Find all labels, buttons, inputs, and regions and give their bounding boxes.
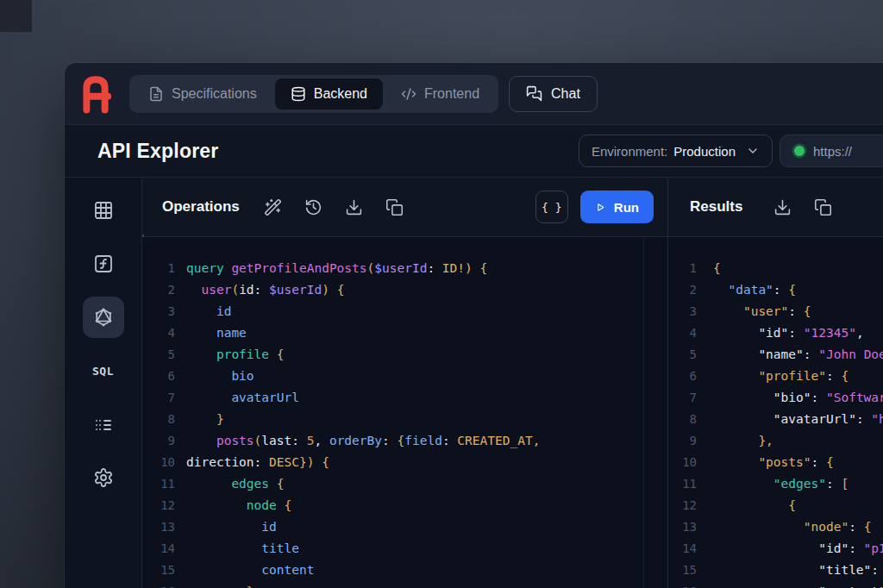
download-icon[interactable] xyxy=(345,198,363,216)
tab-label: Frontend xyxy=(424,86,479,102)
line-content: user(id: $userId) { xyxy=(175,279,344,301)
copy-icon[interactable] xyxy=(814,198,832,216)
line-number: 11 xyxy=(668,473,697,495)
chat-button[interactable]: Chat xyxy=(509,76,598,112)
run-button[interactable]: Run xyxy=(580,191,654,223)
chat-button-label: Chat xyxy=(551,86,580,102)
operations-title: Operations xyxy=(162,198,240,216)
sidebar-item-sql[interactable]: SQL xyxy=(83,350,124,391)
main-content: SQL Operations xyxy=(65,178,883,588)
dotted-list-icon xyxy=(93,414,114,435)
history-icon[interactable] xyxy=(304,198,323,216)
line-number: 16 xyxy=(142,581,175,588)
sidebar-item-graphql[interactable] xyxy=(83,297,124,338)
line-content: "node": { xyxy=(697,516,871,538)
line-number: 9 xyxy=(142,430,175,452)
code-line: 5 profile { xyxy=(142,344,667,366)
line-content: query getProfileAndPosts($userId: ID!) { xyxy=(175,258,487,279)
table-grid-icon xyxy=(93,200,114,221)
tool-sidebar: SQL xyxy=(65,178,142,588)
environment-label: Environment: xyxy=(592,144,667,159)
operations-code-editor[interactable]: 1query getProfileAndPosts($userId: ID!) … xyxy=(142,237,667,588)
line-content: "posts": { xyxy=(697,452,834,473)
line-content: { xyxy=(697,495,796,516)
line-content: }, xyxy=(697,430,773,452)
code-line: 4 name xyxy=(142,322,667,344)
line-number: 2 xyxy=(668,279,697,301)
code-line: 6 bio xyxy=(142,366,667,387)
line-content: content xyxy=(175,560,314,581)
line-number: 1 xyxy=(142,258,175,279)
app-window: Specifications Backend Frontend Chat xyxy=(65,63,883,588)
line-number: 1 xyxy=(668,258,697,279)
code-line: 5 "name": "John Doe", xyxy=(668,344,883,366)
sidebar-item-logs[interactable] xyxy=(83,403,124,445)
code-line: 14 title xyxy=(142,538,667,560)
app-logo-icon[interactable] xyxy=(80,74,111,114)
page-title: API Explorer xyxy=(97,140,218,163)
results-title: Results xyxy=(690,198,742,216)
sidebar-item-tables[interactable] xyxy=(83,190,124,231)
line-content: node { xyxy=(175,495,291,516)
graphql-icon xyxy=(93,307,114,328)
line-number: 7 xyxy=(142,387,175,409)
line-number: 10 xyxy=(668,452,697,473)
line-content: id xyxy=(175,301,231,322)
code-line: 13 "node": { xyxy=(668,516,883,538)
line-content: name xyxy=(175,322,247,344)
line-number: 3 xyxy=(142,301,175,322)
code-line: 7 avatarUrl xyxy=(142,387,667,409)
endpoint-url-badge[interactable]: https:// xyxy=(780,134,883,167)
code-line: 4 "id": "12345", xyxy=(668,322,883,344)
gear-icon xyxy=(93,467,114,488)
environment-value: Production xyxy=(673,144,736,159)
results-code-viewer[interactable]: 1{2 "data": {3 "user": {4 "id": "12345",… xyxy=(668,237,883,588)
tab-label: Specifications xyxy=(172,86,257,102)
code-icon xyxy=(401,86,416,102)
format-button[interactable]: { } xyxy=(535,191,568,223)
status-online-dot xyxy=(794,146,805,156)
line-content: direction: DESC}) { xyxy=(175,452,329,473)
line-content: title xyxy=(175,538,299,560)
line-number: 8 xyxy=(142,409,175,430)
tab-label: Backend xyxy=(314,86,367,102)
sql-label: SQL xyxy=(92,365,114,378)
editor-scroll-gutter xyxy=(643,237,644,588)
line-content: posts(last: 5, orderBy: {field: CREATED_… xyxy=(175,430,540,452)
code-line: 3 "user": { xyxy=(668,301,883,322)
endpoint-url: https:// xyxy=(813,144,852,159)
magic-wand-icon[interactable] xyxy=(264,198,282,216)
chevron-down-icon xyxy=(746,144,760,158)
code-line: 2 "data": { xyxy=(668,279,883,301)
line-content: id xyxy=(175,516,277,538)
results-header: Results xyxy=(668,178,883,237)
function-icon xyxy=(93,253,114,274)
line-number: 10 xyxy=(142,452,175,473)
line-number: 9 xyxy=(668,430,697,452)
line-number: 5 xyxy=(668,344,697,366)
code-line: 2 user(id: $userId) { xyxy=(142,279,667,301)
copy-icon[interactable] xyxy=(385,198,404,216)
code-line: 14 "id": "p1" xyxy=(668,538,883,560)
operations-header: Operations xyxy=(142,178,667,237)
code-line: 9 posts(last: 5, orderBy: {field: CREATE… xyxy=(142,430,667,452)
code-line: 3 id xyxy=(142,301,667,322)
line-number: 14 xyxy=(668,538,697,560)
tab-backend[interactable]: Backend xyxy=(275,78,383,109)
code-line: 16 "content" xyxy=(668,581,883,588)
download-icon[interactable] xyxy=(773,198,792,216)
tab-frontend[interactable]: Frontend xyxy=(385,78,495,109)
top-navigation-bar: Specifications Backend Frontend Chat xyxy=(65,63,883,125)
line-number: 3 xyxy=(668,301,697,322)
code-line: 9 }, xyxy=(668,430,883,452)
sidebar-item-settings[interactable] xyxy=(83,457,124,498)
line-number: 2 xyxy=(142,279,175,301)
code-line: 12 { xyxy=(668,495,883,516)
environment-selector[interactable]: Environment: Production xyxy=(579,134,773,167)
chat-bubbles-icon xyxy=(526,85,542,102)
tab-specifications[interactable]: Specifications xyxy=(133,78,272,109)
line-content: profile { xyxy=(175,344,285,366)
sidebar-item-functions[interactable] xyxy=(83,243,124,285)
code-line: 11 "edges": [ xyxy=(668,473,883,495)
code-line: 1{ xyxy=(668,258,883,279)
